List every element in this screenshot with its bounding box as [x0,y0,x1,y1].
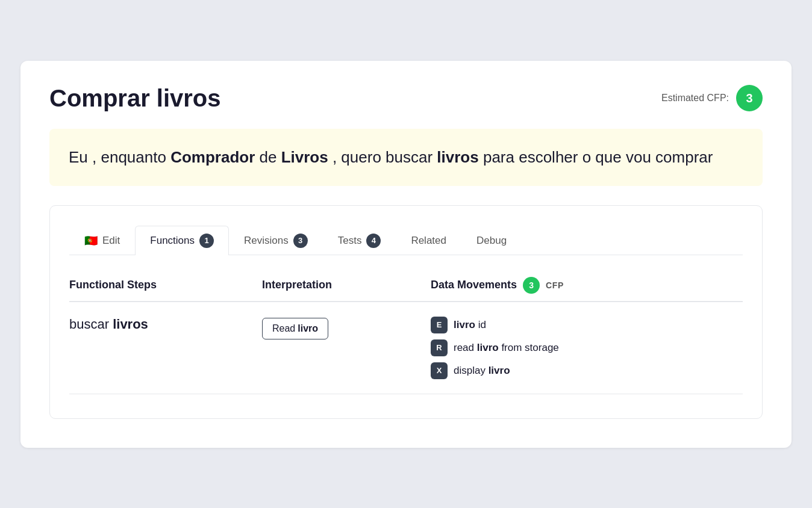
col-cfp-text: CFP [546,280,564,290]
cfp-area: Estimated CFP: 3 [661,85,763,111]
tab-functions-badge: 1 [199,234,214,248]
tab-revisions-label: Revisions [244,235,289,247]
badge-r-icon: R [431,339,448,356]
cfp-badge: 3 [736,85,763,111]
badge-e-icon: E [431,317,448,333]
data-movement-x-text: display livro [454,365,510,377]
user-story-text: Eu , enquanto Comprador de Livros , quer… [69,146,743,169]
col-header-data-movements-area: Data Movements 3 CFP [431,277,743,294]
data-movement-r-text: read livro from storage [454,342,559,354]
table-header-row: Functional Steps Interpretation Data Mov… [69,277,743,302]
functional-step-cell: buscar livros [69,317,262,332]
tab-related-label: Related [411,235,446,247]
col-header-data-movements: Data Movements [431,279,517,291]
tabs-bar: 🇵🇹 Edit Functions 1 Revisions 3 Tests 4 … [69,225,743,255]
col-header-functional-steps: Functional Steps [69,279,262,291]
col-header-interpretation: Interpretation [262,279,431,291]
tab-tests-badge: 4 [366,234,381,248]
tab-edit-label: Edit [102,235,120,247]
page-title: Comprar livros [49,85,221,112]
tab-debug-label: Debug [476,235,507,247]
data-movements-cell: E livro id R read livro from storage X d… [431,317,743,379]
data-movement-x: X display livro [431,362,743,379]
data-movement-e: E livro id [431,317,743,333]
col-cfp-badge: 3 [523,277,540,294]
tab-tests[interactable]: Tests 4 [323,226,396,255]
tab-revisions[interactable]: Revisions 3 [229,226,323,255]
interpretation-cell: Read livro [262,317,431,339]
tab-tests-label: Tests [338,235,362,247]
tab-edit[interactable]: 🇵🇹 Edit [69,226,135,255]
tab-related[interactable]: Related [396,227,461,254]
badge-x-icon: X [431,362,448,379]
page-header: Comprar livros Estimated CFP: 3 [49,85,763,112]
data-movement-r: R read livro from storage [431,339,743,356]
cfp-label: Estimated CFP: [661,93,729,104]
tab-functions[interactable]: Functions 1 [135,226,229,255]
table-row: buscar livros Read livro E livro id R [69,302,743,394]
tabs-container: 🇵🇹 Edit Functions 1 Revisions 3 Tests 4 … [49,205,763,419]
user-story-box: Eu , enquanto Comprador de Livros , quer… [49,129,763,186]
flag-portugal-icon: 🇵🇹 [84,234,98,247]
interpretation-chip: Read livro [262,318,328,339]
tab-revisions-badge: 3 [293,234,308,248]
data-movement-e-text: livro id [454,319,486,331]
main-card: Comprar livros Estimated CFP: 3 Eu , enq… [20,61,792,448]
functional-table: Functional Steps Interpretation Data Mov… [69,277,743,394]
tab-debug[interactable]: Debug [461,227,522,254]
tab-functions-label: Functions [150,235,195,247]
